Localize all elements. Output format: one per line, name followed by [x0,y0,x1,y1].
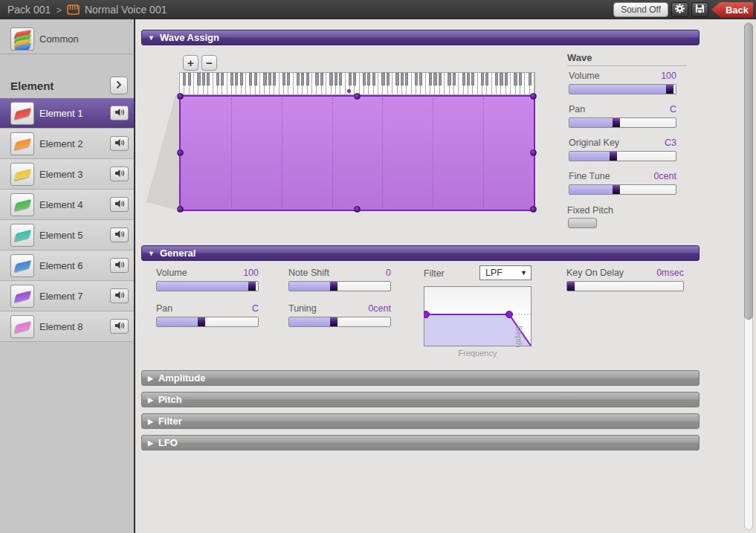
black-key[interactable] [439,73,442,85]
black-key[interactable] [485,73,488,85]
filter-type-dropdown[interactable]: LPF ▼ [479,265,532,280]
zone-handle[interactable] [177,206,184,213]
black-key[interactable] [467,73,470,85]
sidebar-item-element-2[interactable]: Element 2 [0,129,134,159]
black-key[interactable] [230,73,233,85]
section-bar-filter[interactable]: ▶Filter [141,413,700,429]
vertical-scrollbar-thumb[interactable] [744,23,753,320]
filter-cutoff-handle[interactable] [506,311,513,318]
speaker-button[interactable] [110,288,129,303]
black-key[interactable] [329,73,332,85]
section-bar-amplitude[interactable]: ▶Amplitude [141,370,700,386]
black-key[interactable] [481,73,484,85]
black-key[interactable] [235,73,238,85]
general-key-on-delay-slider[interactable] [566,281,684,291]
black-key[interactable] [335,73,337,85]
sidebar-item-element-7[interactable]: Element 7 [0,281,134,311]
speaker-button[interactable] [110,136,129,151]
black-key[interactable] [282,73,285,85]
black-key[interactable] [429,73,432,85]
black-key[interactable] [495,73,498,85]
black-key[interactable] [188,73,191,85]
black-key[interactable] [367,73,370,85]
sidebar-item-element-4[interactable]: Element 4 [0,190,134,220]
black-key[interactable] [301,73,304,85]
sidebar-item-element-3[interactable]: Element 3 [0,159,134,190]
black-key[interactable] [221,73,224,85]
black-key[interactable] [529,73,532,85]
black-key[interactable] [287,73,290,85]
zone-handle[interactable] [354,93,361,100]
black-key[interactable] [381,73,384,85]
speaker-button[interactable] [110,258,129,273]
black-key[interactable] [419,73,422,85]
black-key[interactable] [315,73,318,85]
general-note-shift-slider[interactable] [288,281,391,291]
black-key[interactable] [197,73,200,85]
black-key[interactable] [306,73,309,85]
sidebar-item-element-8[interactable]: Element 8 [0,311,134,342]
save-button[interactable] [691,2,708,17]
black-key[interactable] [349,73,352,85]
speaker-button[interactable] [110,227,129,242]
wave-pan-slider[interactable] [569,117,676,128]
speaker-button[interactable] [110,167,129,181]
black-key[interactable] [500,73,503,85]
black-key[interactable] [433,73,436,85]
zone-handle[interactable] [530,93,537,100]
black-key[interactable] [453,73,456,85]
element-expand-button[interactable] [110,77,128,94]
black-key[interactable] [240,73,243,85]
black-key[interactable] [216,73,219,85]
zone-handle[interactable] [530,206,537,213]
black-key[interactable] [462,73,465,85]
filter-depth-handle[interactable] [424,311,430,318]
black-key[interactable] [263,73,266,85]
black-key[interactable] [505,73,508,85]
black-key[interactable] [183,73,186,85]
speaker-button[interactable] [110,319,129,334]
wave-volume-slider[interactable] [569,84,676,94]
black-key[interactable] [268,73,271,85]
section-bar-pitch[interactable]: ▶Pitch [141,392,700,407]
breadcrumb-pack[interactable]: Pack 001 [7,4,51,16]
black-key[interactable] [387,73,390,85]
sidebar-item-element-5[interactable]: Element 5 [0,220,134,251]
settings-button[interactable] [671,2,688,17]
black-key[interactable] [207,73,210,85]
black-key[interactable] [471,73,474,85]
keyboard-range[interactable] [179,72,535,95]
black-key[interactable] [339,73,342,85]
black-key[interactable] [249,73,252,85]
black-key[interactable] [519,73,522,85]
general-tuning-slider[interactable] [288,317,391,327]
speaker-button[interactable] [110,197,129,212]
sidebar-item-element-1[interactable]: Element 1 [0,98,134,129]
black-key[interactable] [372,73,375,85]
zone-handle[interactable] [177,93,184,100]
wave-assign-header[interactable]: ▼ Wave Assign [141,30,700,45]
black-key[interactable] [254,73,257,85]
general-volume-slider[interactable] [156,281,259,291]
wave-fine-tune-slider[interactable] [569,184,676,195]
black-key[interactable] [401,73,404,85]
black-key[interactable] [415,73,418,85]
black-key[interactable] [320,73,323,85]
general-pan-slider[interactable] [156,317,259,327]
zone-handle[interactable] [177,149,184,156]
black-key[interactable] [297,73,300,85]
black-key[interactable] [448,73,450,85]
zoom-in-button[interactable]: + [183,55,198,71]
back-button[interactable]: Back [711,2,753,18]
black-key[interactable] [353,73,356,85]
sidebar-item-element-6[interactable]: Element 6 [0,251,134,281]
sidebar-item-common[interactable]: Common [0,24,134,54]
fixed-pitch-toggle[interactable] [568,218,597,228]
wave-original-key-slider[interactable] [569,151,676,161]
black-key[interactable] [202,73,205,85]
black-key[interactable] [395,73,398,85]
zone-handle[interactable] [530,149,537,156]
sound-off-button[interactable]: Sound Off [613,2,668,17]
zoom-out-button[interactable]: − [201,55,217,71]
black-key[interactable] [363,73,366,85]
